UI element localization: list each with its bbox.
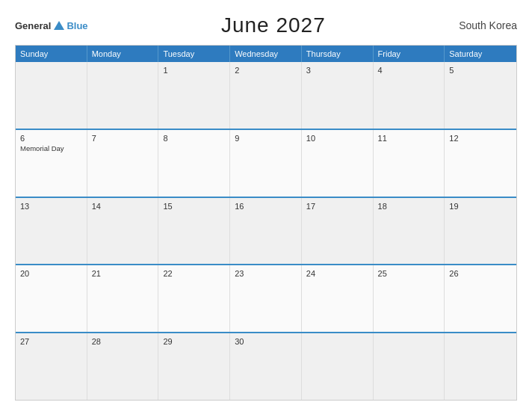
day-cell: 10 <box>302 130 374 197</box>
week-row: 12345 <box>16 62 516 129</box>
day-number: 2 <box>235 66 297 75</box>
day-number: 13 <box>20 202 82 211</box>
day-header: Saturday <box>445 46 516 62</box>
day-header: Sunday <box>16 46 87 62</box>
day-number: 3 <box>306 66 368 75</box>
day-number: 8 <box>163 134 225 143</box>
day-number: 26 <box>449 269 512 278</box>
day-cell: 26 <box>445 265 516 332</box>
day-number: 22 <box>163 269 225 278</box>
day-number: 11 <box>378 134 440 143</box>
day-number: 19 <box>449 202 512 211</box>
day-cell <box>16 62 87 129</box>
day-cell: 15 <box>158 198 230 265</box>
day-number: 30 <box>235 337 297 346</box>
day-cell <box>87 62 159 129</box>
day-cell: 3 <box>302 62 374 129</box>
day-cell: 1 <box>158 62 230 129</box>
day-cell: 13 <box>16 198 87 265</box>
day-number: 18 <box>378 202 440 211</box>
day-cell: 11 <box>374 130 445 197</box>
day-header: Friday <box>374 46 445 62</box>
day-cell: 17 <box>302 198 374 265</box>
logo-triangle-icon <box>54 21 64 30</box>
day-cell: 24 <box>302 265 374 332</box>
day-number: 27 <box>20 337 82 346</box>
week-row: 27282930 <box>16 332 516 400</box>
event-label: Memorial Day <box>20 144 82 152</box>
day-number: 6 <box>20 134 82 143</box>
day-cell: 27 <box>16 333 87 400</box>
day-cell <box>445 333 516 400</box>
day-number: 7 <box>92 134 154 143</box>
day-cell: 25 <box>374 265 445 332</box>
day-headers: SundayMondayTuesdayWednesdayThursdayFrid… <box>16 46 516 62</box>
day-cell: 23 <box>230 265 302 332</box>
day-number: 1 <box>163 66 225 75</box>
day-number: 15 <box>163 202 225 211</box>
day-cell: 12 <box>445 130 516 197</box>
day-number: 23 <box>235 269 297 278</box>
day-cell: 18 <box>374 198 445 265</box>
calendar-title: June 2027 <box>221 13 326 37</box>
day-cell: 6Memorial Day <box>16 130 87 197</box>
day-cell: 14 <box>87 198 159 265</box>
day-number: 12 <box>449 134 512 143</box>
week-row: 20212223242526 <box>16 264 516 332</box>
day-cell: 7 <box>87 130 159 197</box>
week-row: 6Memorial Day789101112 <box>16 129 516 197</box>
day-number: 29 <box>163 337 225 346</box>
page: General Blue June 2027 South Korea Sunda… <box>0 0 532 411</box>
day-header: Thursday <box>302 46 374 62</box>
week-row: 13141516171819 <box>16 197 516 265</box>
day-number: 17 <box>306 202 368 211</box>
logo-general: General <box>15 20 51 31</box>
day-number: 24 <box>306 269 368 278</box>
logo-blue: Blue <box>66 20 87 31</box>
day-number: 21 <box>92 269 154 278</box>
weeks: 123456Memorial Day7891011121314151617181… <box>16 62 516 400</box>
day-cell: 22 <box>158 265 230 332</box>
day-number: 9 <box>235 134 297 143</box>
day-cell: 29 <box>158 333 230 400</box>
day-number: 14 <box>92 202 154 211</box>
day-cell: 9 <box>230 130 302 197</box>
day-cell: 21 <box>87 265 159 332</box>
day-header: Wednesday <box>230 46 302 62</box>
day-number: 10 <box>306 134 368 143</box>
day-cell: 30 <box>230 333 302 400</box>
logo: General Blue <box>15 20 88 31</box>
day-cell: 16 <box>230 198 302 265</box>
day-cell: 20 <box>16 265 87 332</box>
day-number: 5 <box>449 66 512 75</box>
day-cell: 5 <box>445 62 516 129</box>
country-label: South Korea <box>459 19 517 31</box>
day-cell: 8 <box>158 130 230 197</box>
day-cell: 19 <box>445 198 516 265</box>
day-cell: 28 <box>87 333 159 400</box>
day-header: Tuesday <box>158 46 230 62</box>
day-cell: 2 <box>230 62 302 129</box>
day-cell <box>302 333 374 400</box>
day-number: 25 <box>378 269 440 278</box>
header: General Blue June 2027 South Korea <box>15 13 517 37</box>
day-number: 16 <box>235 202 297 211</box>
day-cell <box>374 333 445 400</box>
day-number: 4 <box>378 66 440 75</box>
day-number: 28 <box>92 337 154 346</box>
day-cell: 4 <box>374 62 445 129</box>
calendar: SundayMondayTuesdayWednesdayThursdayFrid… <box>15 45 517 401</box>
day-number: 20 <box>20 269 82 278</box>
day-header: Monday <box>87 46 159 62</box>
